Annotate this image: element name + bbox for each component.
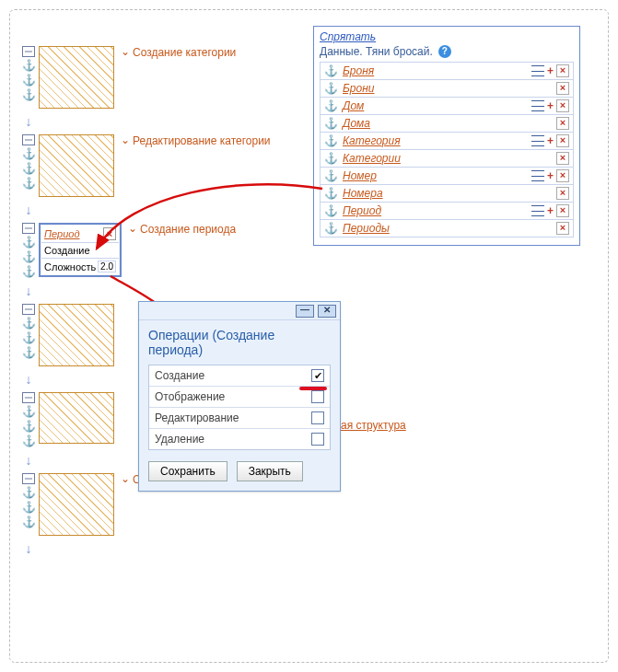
anchor-icon[interactable]: ⚓ <box>22 250 36 263</box>
anchor-icon[interactable]: ⚓ <box>324 187 338 200</box>
anchor-icon[interactable]: ⚓ <box>22 420 36 433</box>
block-placeholder[interactable] <box>39 473 114 536</box>
anchor-icon[interactable]: ⚓ <box>324 152 338 165</box>
checkbox[interactable]: ✔ <box>311 369 324 382</box>
checkbox[interactable] <box>311 390 324 403</box>
data-row[interactable]: ⚓Номера× <box>321 185 573 203</box>
data-item-label[interactable]: Номера <box>343 187 383 200</box>
close-button[interactable]: ✕ <box>318 305 336 318</box>
anchor-icon[interactable]: ⚓ <box>324 169 338 182</box>
save-button[interactable]: Сохранить <box>148 461 227 481</box>
chevron-down-icon[interactable]: ⌄ <box>120 45 131 58</box>
operation-row[interactable]: Редактирование <box>149 408 330 429</box>
anchor-icon[interactable]: ⚓ <box>22 434 36 447</box>
hide-link[interactable]: Спрятать <box>320 30 376 43</box>
data-item-label[interactable]: Категория <box>343 134 401 147</box>
list-icon[interactable] <box>531 170 544 181</box>
operations-dialog[interactable]: — ✕ Операции (Создание периода) Создание… <box>138 301 341 492</box>
delete-icon[interactable]: × <box>556 169 569 182</box>
collapse-icon[interactable] <box>22 223 35 234</box>
collapse-icon[interactable] <box>22 473 35 484</box>
anchor-icon[interactable]: ⚓ <box>22 236 36 249</box>
data-row[interactable]: ⚓Дома× <box>321 115 573 133</box>
delete-icon[interactable]: × <box>556 82 569 95</box>
data-row[interactable]: ⚓Периоды× <box>321 220 573 237</box>
period-box[interactable]: Период × Создание Сложность 2.0 <box>39 223 122 277</box>
data-item-label[interactable]: Дома <box>343 117 370 130</box>
collapse-icon[interactable] <box>22 46 35 57</box>
data-row[interactable]: ⚓Броня+× <box>321 63 573 80</box>
data-item-label[interactable]: Брони <box>343 82 374 95</box>
close-icon[interactable]: × <box>103 227 116 240</box>
anchor-icon[interactable]: ⚓ <box>22 74 36 87</box>
block-placeholder[interactable] <box>39 134 114 197</box>
delete-icon[interactable]: × <box>556 187 569 200</box>
block-placeholder[interactable] <box>39 304 114 366</box>
delete-icon[interactable]: × <box>556 99 569 112</box>
anchor-icon[interactable]: ⚓ <box>22 317 36 330</box>
chevron-down-icon[interactable]: ⌄ <box>120 472 131 485</box>
minimize-button[interactable]: — <box>296 305 314 318</box>
delete-icon[interactable]: × <box>556 204 569 217</box>
data-item-label[interactable]: Броня <box>343 64 374 77</box>
anchor-icon[interactable]: ⚓ <box>324 64 338 77</box>
plus-icon[interactable]: + <box>547 134 554 147</box>
anchor-icon[interactable]: ⚓ <box>22 59 36 72</box>
checkbox[interactable] <box>311 433 324 446</box>
collapse-icon[interactable] <box>22 304 35 315</box>
help-icon[interactable]: ? <box>438 45 451 58</box>
list-icon[interactable] <box>531 205 544 216</box>
data-row[interactable]: ⚓Брони× <box>321 80 573 98</box>
list-icon[interactable] <box>531 65 544 76</box>
anchor-icon[interactable]: ⚓ <box>22 162 36 175</box>
chevron-down-icon[interactable]: ⌄ <box>127 222 138 235</box>
anchor-icon[interactable]: ⚓ <box>324 204 338 217</box>
delete-icon[interactable]: × <box>556 222 569 235</box>
data-item-label[interactable]: Период <box>343 204 381 217</box>
dialog-titlebar[interactable]: — ✕ <box>139 302 340 320</box>
data-row[interactable]: ⚓Категория+× <box>321 133 573 150</box>
operation-row[interactable]: Создание✔ <box>149 365 330 387</box>
anchor-icon[interactable]: ⚓ <box>22 516 36 528</box>
anchor-icon[interactable]: ⚓ <box>22 265 36 278</box>
anchor-icon[interactable]: ⚓ <box>22 147 36 160</box>
collapse-icon[interactable] <box>22 134 35 145</box>
anchor-icon[interactable]: ⚓ <box>22 405 36 418</box>
close-dialog-button[interactable]: Закрыть <box>237 461 303 481</box>
data-item-label[interactable]: Дом <box>343 99 364 112</box>
plus-icon[interactable]: + <box>547 64 554 77</box>
chevron-down-icon[interactable]: ⌄ <box>120 133 131 146</box>
data-row[interactable]: ⚓Категории× <box>321 150 573 168</box>
data-row[interactable]: ⚓Период+× <box>321 203 573 220</box>
data-item-label[interactable]: Номер <box>343 169 377 182</box>
anchor-icon[interactable]: ⚓ <box>324 99 338 112</box>
other-structure-link[interactable]: ая структура <box>341 419 406 432</box>
block-placeholder[interactable] <box>39 392 114 444</box>
checkbox[interactable] <box>311 411 324 424</box>
anchor-icon[interactable]: ⚓ <box>22 486 36 499</box>
anchor-icon[interactable]: ⚓ <box>324 134 338 147</box>
anchor-icon[interactable]: ⚓ <box>324 222 338 235</box>
delete-icon[interactable]: × <box>556 64 569 77</box>
plus-icon[interactable]: + <box>547 99 554 112</box>
anchor-icon[interactable]: ⚓ <box>22 177 36 190</box>
data-item-label[interactable]: Категории <box>343 152 401 165</box>
collapse-icon[interactable] <box>22 392 35 403</box>
delete-icon[interactable]: × <box>556 134 569 147</box>
plus-icon[interactable]: + <box>547 204 554 217</box>
period-link[interactable]: Период <box>44 228 80 239</box>
data-item-label[interactable]: Периоды <box>343 222 390 235</box>
plus-icon[interactable]: + <box>547 169 554 182</box>
data-row[interactable]: ⚓Номер+× <box>321 168 573 185</box>
list-icon[interactable] <box>531 135 544 146</box>
anchor-icon[interactable]: ⚓ <box>22 331 36 344</box>
block-placeholder[interactable] <box>39 46 114 109</box>
delete-icon[interactable]: × <box>556 152 569 165</box>
delete-icon[interactable]: × <box>556 117 569 130</box>
anchor-icon[interactable]: ⚓ <box>324 117 338 130</box>
data-row[interactable]: ⚓Дом+× <box>321 98 573 115</box>
operation-row[interactable]: Удаление <box>149 429 330 449</box>
anchor-icon[interactable]: ⚓ <box>22 88 36 101</box>
list-icon[interactable] <box>531 100 544 111</box>
anchor-icon[interactable]: ⚓ <box>22 346 36 359</box>
